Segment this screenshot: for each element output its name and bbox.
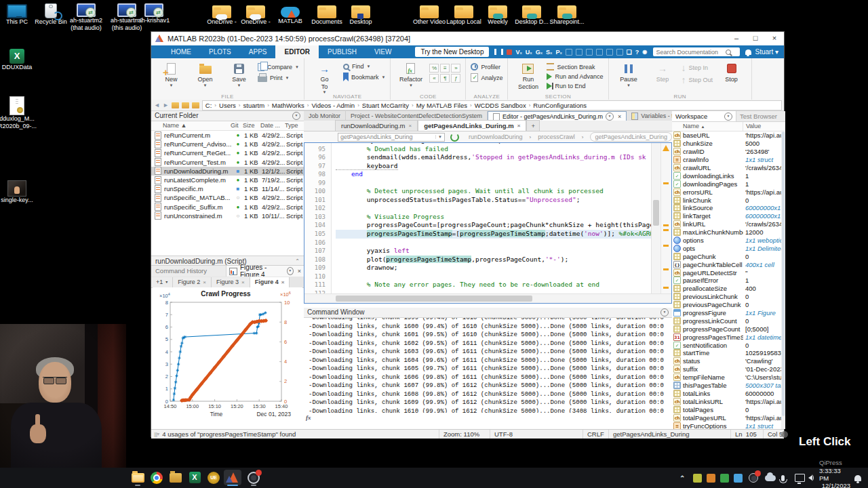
new-folder-icon[interactable]: [182, 102, 189, 108]
tab-test-browser[interactable]: Test Browser: [736, 111, 785, 121]
workspace-row-crawlurl[interactable]: chcrawlURL'/crawls/26349: [672, 164, 785, 172]
workspace-row-tempfilename[interactable]: chtempFileName'C:\Users\stua: [672, 373, 785, 382]
editor-pane[interactable]: 9495969798991001011021031041051061071081…: [304, 142, 672, 304]
call-stack-breadcrumb[interactable]: runDownloadDuring›processCrawl›getPagesA…: [469, 132, 672, 142]
breadcrumb-item[interactable]: RunConfigurations: [533, 102, 587, 109]
workspace-row-starttime[interactable]: startTime1025919583080: [672, 349, 785, 357]
desktop-icon-this-pc[interactable]: This PC: [0, 1, 36, 26]
desktop-icon-onedrive[interactable]: OneDrive -: [203, 1, 241, 26]
desktop-icon-single-key[interactable]: single-key...: [0, 178, 36, 204]
go-to-function-icon[interactable]: [450, 133, 459, 142]
workspace-row-baseurl[interactable]: chbaseURL'https://api.au: [672, 131, 785, 140]
close-button[interactable]: ×: [765, 32, 784, 45]
breadcrumb-item[interactable]: Users: [219, 102, 236, 109]
toolstrip-tab-home[interactable]: HOME: [162, 45, 200, 58]
code-line-97[interactable]: keyboard: [336, 162, 651, 171]
compare-button[interactable]: Compare▼: [258, 63, 299, 71]
file-row-rundownloadduring-m[interactable]: runDownloadDuring.m■1 KB12/1/2...Script: [151, 167, 304, 176]
code-line-107[interactable]: yyaxis left: [336, 247, 651, 256]
workspace-row-sentnotification[interactable]: ✓sentNotification0: [672, 341, 785, 349]
taskbar-chrome-icon[interactable]: [148, 470, 165, 485]
bookmark-button[interactable]: Bookmark▼: [343, 73, 385, 81]
column-header-name[interactable]: Name ▲: [163, 121, 231, 130]
command-prompt-fx[interactable]: fx: [306, 414, 311, 421]
up-folder-icon[interactable]: [172, 102, 179, 108]
user-menu[interactable]: Stuart ▾: [755, 48, 779, 56]
code-line-95[interactable]: % Download has failed: [336, 145, 651, 154]
code-tool-icon[interactable]: %: [429, 64, 439, 73]
tray-app-icon[interactable]: [734, 468, 743, 488]
browse-folder-icon[interactable]: [192, 102, 199, 108]
shortcut-p-button[interactable]: Px: [555, 49, 561, 56]
desktop-icon-matlab[interactable]: MATLAB: [271, 1, 309, 25]
doc-tab-job-monitor[interactable]: Job Monitor: [304, 111, 346, 121]
workspace-columns[interactable]: Name ▲ Value: [672, 122, 785, 131]
doc-tab-project-websitecontentdefectdetectionsystem[interactable]: Project - WebsiteContentDefectDetectionS…: [346, 111, 488, 121]
taskbar-folder-app-icon[interactable]: [167, 470, 184, 485]
workspace-row-suffix[interactable]: chsuffix'01-Dec-2023_: [672, 365, 785, 373]
shortcut-g-button[interactable]: Gx: [536, 49, 542, 56]
desktop-icon-desktop[interactable]: Desktop: [342, 1, 380, 26]
file-row-runlatestcomplete-m[interactable]: runLatestComplete.m●1 KB7/19/2...Script: [151, 176, 304, 184]
workspace-row-chunksize[interactable]: chunkSize5000: [672, 140, 785, 148]
workspace-row-thispagestable[interactable]: thisPagesTable5000x307 table: [672, 382, 785, 390]
desktop-icon-sharepoint[interactable]: Sharepoint...: [548, 1, 586, 26]
workspace-row-linkchunk[interactable]: linkChunk0: [672, 196, 785, 204]
run-and-advance-button[interactable]: Run and Advance: [547, 73, 603, 80]
shortcut-v-button[interactable]: Vx: [515, 49, 521, 56]
step-in-button[interactable]: ↓Step In: [682, 63, 713, 73]
workspace-row-totallinks[interactable]: totalLinks60000000: [672, 390, 785, 398]
editor-vertical-scrollbar[interactable]: [651, 143, 660, 295]
code-line-96[interactable]: sendmail(wdds.emailAddress,'Stopped in g…: [336, 153, 651, 162]
taskbar-file-explorer-icon[interactable]: [129, 470, 146, 485]
code-line-108[interactable]: plot(progressPagesTimeStamp,progressPage…: [336, 256, 651, 264]
file-row-reruncurrent-adviso[interactable]: reRunCurrent_Adviso...●1 KB4/29/2...Scri…: [151, 140, 304, 148]
toolstrip-tab-view[interactable]: VIEW: [366, 45, 401, 58]
file-row-runspecific-suffix-m[interactable]: runSpecific_Suffix.m●1 KB4/29/2...Script: [151, 203, 304, 211]
file-tab-getpagesandlinks-during-m[interactable]: getPagesAndLinks_During.m×: [418, 120, 526, 131]
code-line-105[interactable]: progressPagesTimeStamp=[progressPagesTim…: [336, 230, 651, 239]
desktop-icon-other-video[interactable]: Other Video: [410, 1, 448, 26]
function-combo[interactable]: getPagesAndLinks_During▼: [338, 133, 445, 142]
notifications-bell-icon[interactable]: [745, 49, 751, 55]
code-line-109[interactable]: drawnow;: [336, 264, 651, 272]
refactor-button[interactable]: Refactor▼: [395, 60, 426, 87]
breadcrumb-item[interactable]: Videos - Admin: [311, 102, 355, 109]
stack-item-processcrawl[interactable]: processCrawl: [538, 134, 575, 140]
search-input[interactable]: [655, 48, 726, 56]
workspace-row-linktarget[interactable]: linkTarget60000000x1 do: [672, 212, 785, 220]
community-icon[interactable]: ◉: [642, 49, 647, 55]
taskbar-excel-icon[interactable]: X: [186, 470, 203, 485]
stack-item-rundownloadduring[interactable]: runDownloadDuring: [469, 134, 523, 140]
toolstrip-tab-apps[interactable]: APPS: [240, 45, 276, 58]
workspace-row-status[interactable]: chstatus'Crawling': [672, 357, 785, 365]
file-tab-rundownloadduring-m[interactable]: runDownloadDuring.m×: [335, 120, 418, 131]
collapse-icon[interactable]: ⌃: [295, 256, 300, 265]
workspace-row-crawlid[interactable]: chcrawlID'263498': [672, 148, 785, 156]
code-line-102[interactable]: [336, 204, 651, 213]
close-tab-icon[interactable]: ×: [409, 121, 412, 131]
workspace-row-crawlinfo[interactable]: ≡crawlInfo1x1 struct: [672, 156, 785, 164]
figure-tab-figure-4[interactable]: Figure 4×: [250, 277, 290, 287]
close-tab-icon[interactable]: ×: [618, 113, 621, 121]
toolstrip-tab-plots[interactable]: PLOTS: [200, 45, 240, 58]
workspace-row-pagechunk[interactable]: pageChunk0: [672, 252, 785, 260]
code-line-106[interactable]: [336, 239, 651, 247]
layout-icon[interactable]: ❏: [627, 49, 632, 56]
command-window-menu-icon[interactable]: ▼: [660, 308, 669, 317]
current-folder-columns[interactable]: Name ▲GitSizeDate ...Type: [151, 121, 304, 131]
file-row-runspecific-matlab[interactable]: runSpecific_MATLAB...○1 KB4/29/2...Scrip…: [151, 193, 304, 202]
code-line-104[interactable]: progressPageCount=[progressPageCount;pag…: [336, 221, 651, 230]
figure-tab-figure-2[interactable]: Figure 2×: [173, 277, 212, 287]
column-header-git[interactable]: Git: [231, 121, 243, 130]
panel-menu-icon[interactable]: ▼: [292, 112, 300, 120]
help-icon[interactable]: ?: [635, 49, 639, 56]
workspace-row-downloadinglinks[interactable]: ✓downloadingLinks1: [672, 171, 785, 180]
new-button[interactable]: New▼: [156, 60, 186, 87]
stop-button[interactable]: Stop: [716, 60, 747, 83]
code-area[interactable]: if any(diff(thisPagesTable.ID)~=1) && pa…: [336, 143, 651, 295]
code-tool-icon[interactable]: ƒ: [451, 74, 460, 83]
file-row-reruncurrent-test-m[interactable]: reRunCurrent_Test.m●1 KB4/29/2...Script: [151, 158, 304, 167]
tray-chevron-icon[interactable]: ⌃: [679, 468, 685, 488]
tray-app-icon[interactable]: [693, 468, 702, 488]
